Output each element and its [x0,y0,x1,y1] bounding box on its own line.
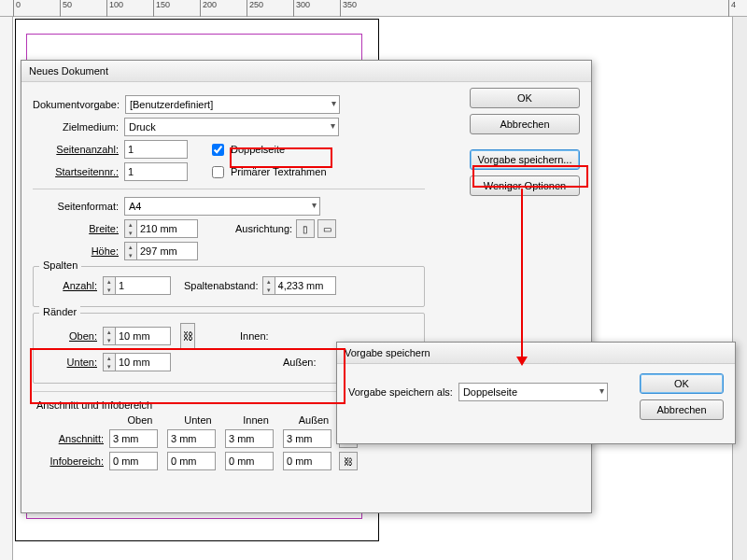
save-dialog-ok-button[interactable]: OK [640,373,724,394]
start-page-input[interactable] [124,162,188,181]
ruler-tick: 0 [13,0,21,17]
label-ausrichtung: Ausrichtung: [235,223,292,234]
new-document-dialog: Neues Dokument OK Abbrechen Vorgabe spei… [21,60,592,513]
slug-top-input[interactable] [109,452,158,470]
label-anzahl: Anzahl: [41,280,103,291]
columns-group: Spalten Anzahl: ▴▾ Spaltenabstand: ▴▾ [33,266,425,307]
pages-input[interactable] [124,140,188,159]
dialog-title: Neues Dokument [21,61,591,82]
bleed-top-input[interactable] [109,429,158,448]
primary-textframe-checkbox[interactable]: Primärer Textrahmen [208,163,327,181]
annotation-arrow [521,189,523,358]
label-hoehe: Höhe: [33,245,124,257]
save-preset-button[interactable]: Vorgabe speichern... [470,149,580,170]
label-spaltenabstand: Spaltenabstand: [184,280,259,291]
ruler-tick: 100 [106,0,123,17]
intent-select[interactable]: Druck [124,118,339,136]
label-seitenformat: Seitenformat: [33,201,124,212]
save-dialog-cancel-button[interactable]: Abbrechen [640,399,724,420]
save-dialog-title: Vorgabe speichern [337,343,735,364]
margin-bottom-spinner[interactable]: ▴▾ [103,353,171,371]
orientation-landscape-icon[interactable]: ▭ [317,219,336,238]
fewer-options-button[interactable]: Weniger Optionen [470,175,580,196]
label-innen: Innen: [240,330,269,342]
slug-outer-input[interactable] [283,452,331,470]
vertical-ruler [0,17,13,560]
bleed-bottom-input[interactable] [167,429,216,448]
margin-top-spinner[interactable]: ▴▾ [103,327,171,345]
ruler-tick: 4 [728,0,736,17]
columns-count-spinner[interactable]: ▴▾ [103,276,171,295]
height-spinner[interactable]: ▴▾ [124,242,198,260]
label-infobereich: Infobereich: [33,455,109,467]
link-margins-icon[interactable]: ⛓ [180,323,195,349]
slug-inner-input[interactable] [225,452,274,470]
gutter-spinner[interactable]: ▴▾ [262,276,336,295]
link-slug-icon[interactable]: ⛓ [339,452,358,470]
ruler-tick: 300 [293,0,310,17]
ruler-tick: 250 [247,0,263,17]
label-oben: Oben: [41,330,103,342]
page-size-select[interactable]: A4 [124,197,320,216]
label-seitenanzahl: Seitenanzahl: [33,144,124,155]
panel-dock[interactable] [732,17,747,560]
primary-textframe-input[interactable] [212,166,224,178]
bleed-inner-input[interactable] [225,429,274,448]
orientation-portrait-icon[interactable]: ▯ [296,219,315,238]
cancel-button[interactable]: Abbrechen [470,114,580,134]
ruler-tick: 150 [153,0,170,17]
label-unten: Unten: [41,357,103,368]
label-dokvorgabe: Dokumentvorgabe: [33,99,125,110]
ruler-tick: 350 [340,0,357,17]
label-startseite: Startseitennr.: [33,166,124,177]
ruler-tick: 50 [60,0,72,17]
bleed-outer-input[interactable] [283,429,331,448]
ruler-tick: 200 [200,0,217,17]
width-spinner[interactable]: ▴▾ [124,219,198,238]
preset-name-combo[interactable]: Doppelseite [458,383,608,401]
facing-pages-input[interactable] [212,144,224,156]
label-aussen: Außen: [283,357,316,368]
label-anschnitt: Anschnitt: [33,433,109,444]
save-preset-dialog: Vorgabe speichern Vorgabe speichern als:… [336,342,736,444]
horizontal-ruler: 0 50 100 150 200 250 300 350 4 [0,0,747,17]
label-breite: Breite: [33,223,124,234]
slug-bottom-input[interactable] [167,452,216,470]
label-save-as: Vorgabe speichern als: [348,386,453,398]
ok-button[interactable]: OK [470,88,580,108]
annotation-arrowhead [516,357,528,366]
document-preset-select[interactable]: [Benutzerdefiniert] [125,95,340,114]
label-zielmedium: Zielmedium: [33,121,124,133]
facing-pages-checkbox[interactable]: Doppelseite [208,141,285,159]
